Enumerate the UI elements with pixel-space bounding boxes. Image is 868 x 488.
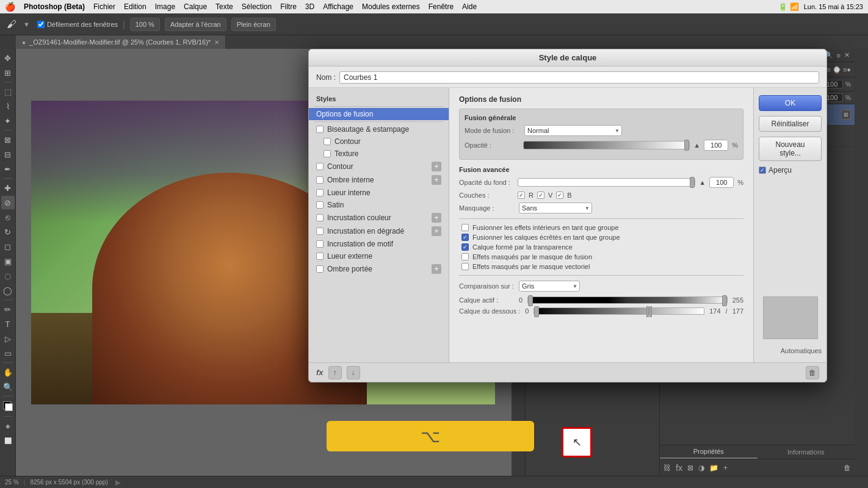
zoom-tool[interactable]: 🔍 (1, 380, 15, 393)
perspective-crop-tool[interactable]: ⊟ (1, 148, 15, 161)
apple-menu[interactable]: 🍎 (5, 2, 15, 12)
dialog-item-options-fusion[interactable]: Options de fusion (309, 108, 449, 120)
satin-checkbox[interactable] (316, 201, 324, 209)
ombre-interne-checkbox[interactable] (316, 176, 324, 184)
crop-tool[interactable]: ⊠ (1, 133, 15, 146)
calque-actif-thumb-left[interactable] (528, 295, 533, 306)
lueur-externe-checkbox[interactable] (316, 253, 324, 260)
fond-opacite-input[interactable] (709, 177, 734, 188)
incrust-degrade-checkbox[interactable] (316, 228, 324, 235)
dialog-bottom-btn-1[interactable]: ↑ (328, 366, 342, 379)
dialog-name-input[interactable] (339, 71, 819, 84)
clone-stamp-tool[interactable]: ⎋ (1, 210, 15, 224)
menu-selection[interactable]: Sélection (242, 2, 272, 11)
dodge-tool[interactable]: ◯ (1, 284, 15, 297)
color-swatch[interactable] (3, 401, 13, 411)
menu-texte[interactable]: Texte (215, 2, 233, 11)
ok-button[interactable]: OK (759, 95, 822, 111)
couche-v-cb[interactable] (537, 192, 544, 199)
masquage-select[interactable]: Sans (519, 203, 592, 214)
marquee-rect-tool[interactable]: ⬚ (1, 85, 15, 98)
dialog-item-incrust-degrade[interactable]: Incrustation en dégradé + (309, 224, 449, 238)
new-group-btn[interactable]: 📁 (709, 464, 718, 472)
comparaison-select[interactable]: Gris (519, 281, 580, 292)
incrust-couleur-checkbox[interactable] (316, 214, 324, 221)
ombre-portee-plus[interactable]: + (432, 264, 441, 274)
path-select-tool[interactable]: ▷ (1, 332, 15, 345)
opacite-input[interactable] (704, 140, 728, 151)
lasso-tool[interactable]: ⌇ (1, 99, 15, 113)
full-screen-btn[interactable]: Plein écran (231, 18, 276, 31)
cb-effets-masques-vecteur[interactable] (461, 263, 469, 270)
opacite-slider[interactable] (523, 141, 690, 149)
calque-actif-thumb-right[interactable] (722, 295, 727, 306)
background-color[interactable] (5, 403, 13, 411)
cb-effets-masques-fusion[interactable] (461, 253, 469, 260)
dialog-item-incrust-couleur[interactable]: Incrustation couleur + (309, 211, 449, 224)
history-brush-tool[interactable]: ↻ (1, 225, 15, 239)
reinitialiser-button[interactable]: Réinitialiser (759, 116, 822, 132)
nouveau-style-button[interactable]: Nouveau style... (759, 137, 822, 161)
informations-tab[interactable]: Informations (758, 445, 855, 459)
add-mask-btn[interactable]: ⊠ (687, 464, 693, 472)
artboard-tool[interactable]: ⊞ (1, 66, 15, 79)
calque-dessous-thumb-mid2[interactable] (649, 306, 652, 317)
ombre-portee-checkbox[interactable] (316, 265, 324, 273)
incrust-motif-checkbox[interactable] (316, 240, 324, 248)
dialog-item-contour-sub[interactable]: Contour (309, 135, 449, 148)
status-arrow[interactable]: ▶ (115, 478, 121, 487)
cb-fusionner-effets[interactable] (461, 224, 469, 231)
texture-sub-checkbox[interactable] (324, 150, 331, 157)
dialog-item-incrust-motif[interactable]: Incrustation de motif (309, 238, 449, 250)
incrust-degrade-plus[interactable]: + (432, 226, 441, 236)
ombre-interne-plus[interactable]: + (432, 175, 441, 185)
text-tool[interactable]: T (1, 317, 15, 331)
tool-dropdown-arrow[interactable]: ▼ (23, 21, 30, 28)
dialog-item-texture-sub[interactable]: Texture (309, 148, 449, 160)
fond-opacite-thumb[interactable] (690, 177, 695, 188)
calque-dessous-slider[interactable] (533, 307, 704, 315)
opacite-thumb[interactable] (684, 140, 689, 151)
delete-layer-btn[interactable]: 🗑 (844, 464, 851, 472)
dialog-item-lueur-externe[interactable]: Lueur externe (309, 250, 449, 262)
dialog-bottom-btn-2[interactable]: ↓ (347, 366, 360, 379)
biseautage-checkbox[interactable] (316, 126, 324, 133)
zoom-value[interactable]: 100 % (130, 18, 160, 31)
menu-aide[interactable]: Aide (462, 2, 477, 11)
menu-filtre[interactable]: Filtre (280, 2, 297, 11)
menu-photoshop[interactable]: Photoshop (Beta) (24, 2, 85, 11)
calque-actif-slider[interactable] (527, 296, 728, 304)
move-tool[interactable]: ✥ (1, 51, 15, 65)
incrust-couleur-plus[interactable]: + (432, 213, 441, 223)
dialog-item-lueur-interne[interactable]: Lueur interne (309, 187, 449, 199)
menu-fenetre[interactable]: Fenêtre (429, 2, 454, 11)
dialog-bottom-btn-delete[interactable]: 🗑 (806, 366, 819, 379)
dialog-item-ombre-interne[interactable]: Ombre interne + (309, 173, 449, 187)
fond-opacite-slider[interactable] (518, 178, 695, 187)
dialog-item-ombre-portee[interactable]: Ombre portée + (309, 262, 449, 276)
calque-dessous-thumb-left[interactable] (534, 306, 539, 317)
menu-image[interactable]: Image (155, 2, 175, 11)
healing-tool[interactable]: ✚ (1, 181, 15, 195)
fit-screen-btn[interactable]: Adapter à l'écran (165, 18, 226, 31)
gradient-tool[interactable]: ▣ (1, 254, 15, 268)
shape-tool[interactable]: ▭ (1, 346, 15, 360)
active-tab[interactable]: ● _OZ91461-Modifier-Modifier.tif @ 25% (… (16, 35, 226, 49)
contour-checkbox[interactable] (316, 163, 324, 170)
apercu-checkbox[interactable] (759, 167, 766, 174)
mode-fusion-select[interactable]: Normal (524, 125, 622, 136)
screen-mode-tool[interactable]: ⬜ (1, 434, 15, 447)
lueur-interne-checkbox[interactable] (316, 189, 324, 196)
contour-sub-checkbox[interactable] (324, 138, 331, 145)
calques-collapse-icon[interactable]: ✕ (844, 51, 850, 59)
quick-mask-tool[interactable]: ◈ (1, 419, 15, 432)
add-effect-btn[interactable]: fx (676, 463, 682, 473)
couche-r-cb[interactable] (518, 192, 525, 199)
proprietes-tab[interactable]: Propriétés (660, 445, 758, 459)
new-adjustment-btn[interactable]: ◑ (698, 464, 704, 472)
link-layers-btn[interactable]: ⛓ (664, 464, 671, 472)
tab-close-btn[interactable]: ✕ (214, 39, 219, 46)
contour-plus[interactable]: + (432, 162, 441, 171)
eraser-tool[interactable]: ◻ (1, 240, 15, 253)
menu-calque[interactable]: Calque (184, 2, 207, 11)
